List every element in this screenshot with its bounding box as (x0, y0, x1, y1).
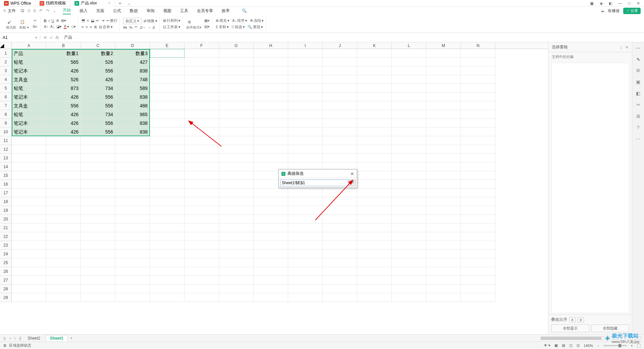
cell[interactable] (150, 136, 184, 145)
row-header[interactable]: 26 (0, 267, 11, 276)
cell[interactable] (323, 128, 357, 136)
cell[interactable] (288, 293, 323, 302)
cell[interactable] (184, 206, 219, 215)
redo-icon[interactable]: ↷ (46, 8, 49, 13)
tab-menu-button[interactable]: ⌄ (127, 1, 131, 6)
cell[interactable] (323, 276, 357, 285)
cell[interactable] (323, 145, 357, 154)
cell[interactable] (115, 189, 150, 197)
row-header[interactable]: 11 (0, 136, 11, 145)
cell[interactable] (461, 84, 495, 93)
cell[interactable] (357, 75, 392, 84)
cell[interactable] (288, 84, 323, 93)
dialog-close-button[interactable]: ✕ (350, 171, 354, 177)
cell[interactable] (219, 258, 254, 267)
cell[interactable] (115, 276, 150, 285)
cell[interactable] (323, 49, 357, 58)
cell[interactable] (115, 232, 150, 241)
align-right[interactable]: ≡ (90, 24, 92, 30)
cell[interactable] (323, 119, 357, 128)
cell[interactable] (12, 197, 46, 206)
cell[interactable] (288, 49, 323, 58)
grid[interactable]: 产品数量1数量2数量3铅笔565526427笔记本426556838文具盒526… (12, 49, 495, 302)
cell[interactable] (115, 241, 150, 250)
cell[interactable] (46, 197, 81, 206)
col-header[interactable]: K (357, 42, 392, 49)
sum-button[interactable]: Σ 求和▾ (216, 24, 229, 30)
cell[interactable] (392, 285, 426, 293)
cell[interactable] (46, 136, 81, 145)
more-icon[interactable]: ⋯ (636, 136, 641, 142)
cell[interactable] (184, 189, 219, 197)
cell[interactable] (12, 215, 46, 223)
cell[interactable] (392, 49, 426, 58)
cell[interactable] (323, 154, 357, 162)
cell[interactable] (426, 128, 461, 136)
view-reader-icon[interactable]: ⊡ (577, 343, 580, 348)
row-header[interactable]: 4 (0, 75, 11, 84)
cell[interactable] (323, 84, 357, 93)
cell[interactable] (392, 293, 426, 302)
cell[interactable]: 748 (115, 75, 150, 84)
italic-button[interactable]: I (49, 18, 50, 23)
search-icon[interactable]: 🔍 (242, 8, 247, 13)
name-box[interactable]: A1▾ (0, 35, 40, 40)
cell[interactable] (357, 250, 392, 258)
collapse-icon[interactable]: — (636, 45, 641, 50)
cell[interactable] (12, 285, 46, 293)
cell[interactable] (357, 66, 392, 75)
cell[interactable] (288, 119, 323, 128)
cell[interactable]: 526 (81, 58, 115, 66)
cell[interactable] (254, 136, 288, 145)
cell[interactable] (426, 145, 461, 154)
filter-button[interactable]: ▽ 筛选▾ (231, 24, 245, 30)
cell[interactable] (12, 250, 46, 258)
cell[interactable] (461, 66, 495, 75)
cell[interactable] (81, 171, 115, 180)
cell[interactable] (81, 197, 115, 206)
cell[interactable]: 556 (81, 101, 115, 110)
panel-close-icon[interactable]: ✕ (625, 45, 629, 50)
cell[interactable] (461, 128, 495, 136)
cell[interactable] (254, 250, 288, 258)
cell[interactable]: 556 (46, 101, 81, 110)
cell[interactable] (219, 206, 254, 215)
cell[interactable]: 873 (46, 84, 81, 93)
cell[interactable] (392, 136, 426, 145)
font-color-button[interactable]: A▾ (64, 24, 69, 29)
cell[interactable] (184, 84, 219, 93)
indent-inc[interactable]: ⇥ (101, 18, 104, 23)
col-header[interactable]: E (150, 42, 184, 49)
cell[interactable] (461, 215, 495, 223)
cell[interactable] (461, 293, 495, 302)
row-header[interactable]: 1 (0, 49, 11, 58)
object-icon[interactable]: ◧ (636, 91, 640, 96)
tab-home[interactable]: 开始 (63, 7, 71, 14)
cell[interactable] (426, 66, 461, 75)
cell[interactable] (81, 180, 115, 189)
cell[interactable]: 铅笔 (12, 58, 46, 66)
row-header[interactable]: 2 (0, 58, 11, 66)
cell[interactable] (323, 223, 357, 232)
cell[interactable] (288, 285, 323, 293)
condfmt-icon[interactable]: ⊞ (186, 19, 192, 25)
cell[interactable] (426, 293, 461, 302)
cell[interactable] (288, 232, 323, 241)
cell[interactable]: 数量2 (81, 49, 115, 58)
cell[interactable] (219, 66, 254, 75)
tab-formula[interactable]: 公式 (113, 8, 121, 14)
cell[interactable]: 589 (115, 84, 150, 93)
cell[interactable] (46, 171, 81, 180)
cell[interactable] (288, 66, 323, 75)
cell[interactable] (254, 110, 288, 119)
cell[interactable] (288, 223, 323, 232)
cell[interactable] (392, 66, 426, 75)
cell[interactable] (150, 180, 184, 189)
cell[interactable] (219, 189, 254, 197)
cell[interactable] (461, 110, 495, 119)
cell[interactable] (184, 136, 219, 145)
cell[interactable] (357, 180, 392, 189)
cell[interactable] (115, 136, 150, 145)
cell[interactable]: 556 (81, 66, 115, 75)
eye-icon[interactable]: 👁 ▾ (544, 343, 550, 348)
